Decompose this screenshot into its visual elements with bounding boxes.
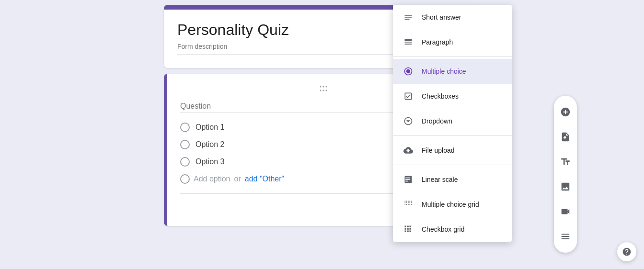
or-text: or xyxy=(234,175,241,183)
svg-point-5 xyxy=(326,90,327,91)
option-2-label: Option 2 xyxy=(196,140,224,149)
menu-item-checkboxes[interactable]: Checkboxes xyxy=(393,84,512,109)
file-upload-label: File upload xyxy=(422,146,455,154)
radio-3 xyxy=(180,157,190,167)
checkboxes-icon xyxy=(402,90,414,102)
linear-scale-icon xyxy=(402,174,414,185)
paragraph-label: Paragraph xyxy=(422,38,453,46)
dropdown-icon xyxy=(402,115,414,127)
menu-item-dropdown[interactable]: Dropdown xyxy=(393,109,512,134)
add-question-button[interactable] xyxy=(554,101,577,123)
divider-2 xyxy=(393,135,512,136)
menu-item-paragraph[interactable]: Paragraph xyxy=(393,30,512,55)
divider-1 xyxy=(393,56,512,57)
right-toolbar xyxy=(554,96,577,253)
short-answer-icon xyxy=(402,11,414,23)
add-other-link[interactable]: add "Other" xyxy=(245,175,285,183)
multiple-choice-icon xyxy=(402,66,414,77)
question-type-dropdown: Short answer Paragraph xyxy=(393,5,512,242)
svg-point-1 xyxy=(323,86,324,88)
checkboxes-label: Checkboxes xyxy=(422,92,459,100)
short-answer-label: Short answer xyxy=(422,13,461,21)
svg-point-3 xyxy=(320,90,322,91)
checkbox-grid-icon xyxy=(402,224,414,235)
radio-2 xyxy=(180,140,190,149)
svg-point-2 xyxy=(326,86,327,88)
add-radio xyxy=(180,174,190,184)
import-question-button[interactable] xyxy=(554,125,577,148)
linear-scale-label: Linear scale xyxy=(422,176,458,183)
menu-item-short-answer[interactable]: Short answer xyxy=(393,5,512,30)
file-upload-icon xyxy=(402,145,414,156)
option-1-label: Option 1 xyxy=(196,123,224,132)
menu-item-checkbox-grid[interactable]: Checkbox grid xyxy=(393,217,512,242)
radio-1 xyxy=(180,123,190,132)
option-3-label: Option 3 xyxy=(196,157,224,166)
paragraph-icon xyxy=(402,36,414,48)
add-video-button[interactable] xyxy=(554,200,577,223)
add-section-button[interactable] xyxy=(554,225,577,248)
menu-item-multiple-choice-grid[interactable]: Multiple choice grid xyxy=(393,192,512,217)
add-image-button[interactable] xyxy=(554,175,577,198)
dropdown-scroll[interactable]: Short answer Paragraph xyxy=(393,5,512,242)
svg-point-0 xyxy=(320,86,322,88)
checkbox-grid-label: Checkbox grid xyxy=(422,225,465,233)
add-option-text[interactable]: Add option xyxy=(194,175,230,183)
add-title-button[interactable] xyxy=(554,150,577,173)
svg-point-4 xyxy=(323,90,324,91)
multiple-choice-grid-icon xyxy=(402,199,414,210)
multiple-choice-label: Multiple choice xyxy=(422,67,466,75)
menu-item-multiple-choice[interactable]: Multiple choice xyxy=(393,59,512,84)
dropdown-label: Dropdown xyxy=(422,117,452,125)
menu-item-linear-scale[interactable]: Linear scale xyxy=(393,167,512,192)
multiple-choice-grid-label: Multiple choice grid xyxy=(422,201,479,208)
help-button[interactable] xyxy=(617,242,636,261)
menu-item-file-upload[interactable]: File upload xyxy=(393,138,512,163)
svg-point-6 xyxy=(406,69,410,73)
main-area: Personality Quiz Form description xyxy=(0,0,644,269)
divider-3 xyxy=(393,165,512,165)
